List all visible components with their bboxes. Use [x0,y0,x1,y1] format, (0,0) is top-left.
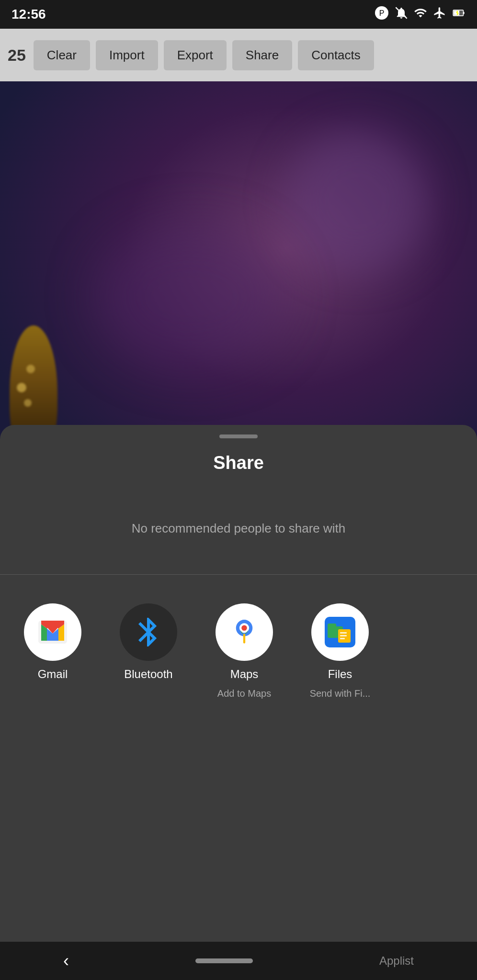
notification-muted-icon [395,6,408,22]
sheet-handle [219,434,258,438]
svg-rect-17 [340,632,347,634]
files-sublabel: Send with Fi... [310,688,371,699]
share-app-bluetooth[interactable]: Bluetooth [110,603,187,681]
bottom-nav: ‹ Applist [0,942,477,980]
maps-sublabel: Add to Maps [217,688,271,699]
svg-rect-15 [328,624,336,628]
contacts-button[interactable]: Contacts [298,40,374,70]
maps-icon-circle [216,603,273,661]
share-apps-row: Gmail Bluetooth [0,584,477,718]
applist-label[interactable]: Applist [379,954,414,968]
status-icons: P [375,6,466,23]
svg-point-12 [241,625,247,631]
share-divider [0,574,477,575]
share-empty-text: No recommended people to share with [132,521,346,536]
battery-icon [452,6,466,22]
gmail-icon-circle [24,603,81,661]
back-button[interactable]: ‹ [63,951,69,971]
app-icon: P [375,6,389,23]
svg-text:P: P [379,9,385,17]
share-sheet: Share No recommended people to share wit… [0,425,477,942]
maps-label: Maps [230,668,259,681]
svg-rect-4 [463,12,464,14]
fish-spot-2 [26,365,35,373]
files-icon-circle [311,603,369,661]
svg-rect-19 [340,638,345,639]
files-label: Files [328,668,352,681]
toolbar-count: 25 [8,46,26,65]
gmail-label: Gmail [38,668,68,681]
import-button[interactable]: Import [96,40,158,70]
status-time: 12:56 [11,7,46,22]
toolbar: 25 Clear Import Export Share Contacts [0,29,477,81]
clear-button[interactable]: Clear [34,40,90,70]
share-app-maps[interactable]: Maps Add to Maps [206,603,283,699]
bluetooth-icon-circle [120,603,177,661]
share-title: Share [213,453,264,473]
wifi-icon [414,6,427,22]
fish-spot-3 [24,399,32,407]
bg-blob-1 [285,129,429,273]
airplane-icon [433,6,446,22]
share-app-files[interactable]: Files Send with Fi... [302,603,378,699]
share-button[interactable]: Share [232,40,292,70]
bg-blob-2 [96,225,287,368]
share-app-gmail[interactable]: Gmail [14,603,91,681]
home-pill[interactable] [195,958,253,963]
fish-spot-1 [17,383,26,392]
bluetooth-label: Bluetooth [124,668,172,681]
svg-rect-18 [340,635,347,636]
status-bar: 12:56 P [0,0,477,29]
export-button[interactable]: Export [164,40,227,70]
